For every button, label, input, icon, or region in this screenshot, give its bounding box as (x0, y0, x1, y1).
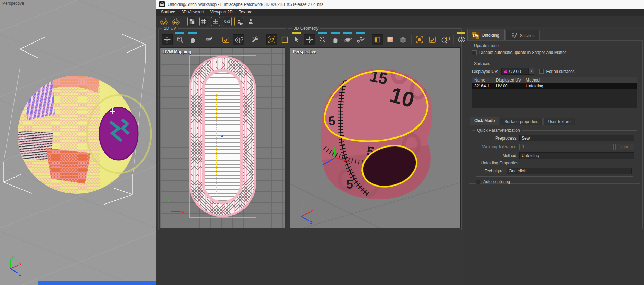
person-count-display-button[interactable]: 10 (234, 17, 244, 26)
toolbar-separator (369, 35, 369, 44)
welding-tolerance-label: Welding Tolerance: (475, 144, 517, 149)
mode-tabs: Click Mode Surface properties User textu… (470, 117, 640, 125)
for-all-surfaces-checkbox[interactable] (539, 69, 544, 74)
zoom-button[interactable] (317, 34, 328, 45)
tab-surface-properties[interactable]: Surface properties (500, 118, 543, 125)
grid-plus-display-button[interactable] (211, 17, 220, 26)
cell-displayed-uv: UV 00 (494, 83, 524, 89)
auto-centering-checkbox[interactable] (476, 180, 480, 184)
unfold-dots-button[interactable] (171, 17, 181, 26)
perspective-3d-viewport[interactable]: Perspective (290, 47, 461, 228)
gradient-display-button[interactable] (385, 34, 396, 45)
tape-cuff-object[interactable]: 15 10 5 5 5 (311, 61, 439, 210)
node-brush-button[interactable] (355, 34, 366, 45)
viewport-axis-gizmo: y x z (301, 202, 313, 225)
uvw-mapping-viewport[interactable]: UVW Mapping v u (160, 47, 285, 228)
preprocess-value: Sew (522, 136, 530, 141)
axis-u-label: u (182, 209, 184, 214)
axis-y-label: y (302, 202, 305, 207)
col-name: Name (472, 77, 494, 83)
welding-unit: mm (615, 144, 634, 150)
cell-method: Unfolding (524, 83, 637, 89)
3d-geometry-toolbar (291, 33, 469, 45)
tab-stitches[interactable]: Stitches (505, 30, 540, 41)
surfaces-table[interactable]: Name Displayed UV Method 32164-1 UV 00 U… (472, 77, 637, 108)
technique-dropdown[interactable]: One click (507, 168, 632, 174)
2d-uv-panel: 2D UV UVW Mapping (158, 28, 286, 230)
axis-x-label: x (19, 262, 22, 266)
half-square-display-button[interactable] (372, 34, 383, 45)
displayed-uv-dropdown[interactable]: UV 00 ▼ (501, 68, 534, 75)
window-title: Unfolding/Stitch Workshop - Lumiscaphe P… (168, 2, 323, 7)
cell-name: 32164-1 (472, 83, 494, 89)
menu-viewport-2d[interactable]: Viewport 2D (207, 9, 236, 16)
move-button[interactable] (304, 34, 315, 45)
cursor-select-button[interactable] (291, 34, 302, 45)
window-check-button[interactable] (220, 34, 231, 45)
2d-uv-toolbar (162, 33, 292, 45)
perspective-label: Perspective (293, 49, 316, 54)
wrench-tools-button[interactable] (250, 34, 261, 45)
pan-hand-button[interactable] (187, 34, 198, 45)
tab-user-texture[interactable]: User texture (543, 118, 575, 125)
axis-y-label: y (11, 255, 14, 259)
uv-island-center-point (221, 135, 223, 137)
method-dropdown[interactable]: Unfolding (519, 152, 634, 159)
col-method: Method (524, 77, 637, 83)
pan-hand-button[interactable] (330, 34, 341, 45)
uv-ball-object[interactable] (16, 56, 151, 202)
planet-orbit-button[interactable] (342, 34, 353, 45)
3d-geometry-panel-label: 3D Geometry (292, 26, 320, 31)
text-format-display-button[interactable]: 0a1 (222, 17, 232, 26)
ball-frame-button[interactable] (414, 34, 425, 45)
svg-text:UV: UV (473, 34, 479, 38)
for-all-surfaces-label: For all surfaces (546, 69, 575, 74)
title-bar[interactable]: Unfolding/Stitch Workshop - Lumiscaphe P… (156, 0, 644, 9)
grid-display-button[interactable] (199, 17, 209, 26)
chevron-down-icon[interactable]: ▼ (528, 68, 534, 74)
table-row[interactable]: 32164-1 UV 00 Unfolding (472, 83, 637, 89)
disable-auto-update-label: Disable automatic update in Shaper and M… (479, 50, 566, 55)
toolbar-separator (247, 35, 247, 44)
zoom-button[interactable] (174, 34, 185, 45)
menu-surface[interactable]: Surface (158, 9, 178, 16)
person-button[interactable] (246, 17, 256, 26)
axis-x-label: x (311, 209, 313, 213)
panel-tabs: UV Unfolding Stitches (467, 29, 540, 41)
menu-bar: Surface 3D Viewport Viewport 2D Texture (156, 9, 644, 16)
tape-number: 5 (328, 113, 336, 128)
shaper-axis-gizmo: y x z (10, 255, 22, 277)
image-brush-button[interactable] (204, 34, 215, 45)
welding-tolerance-input[interactable]: 0 (519, 144, 614, 150)
unfold-check-button[interactable] (159, 17, 169, 26)
unfolding-properties-group: Unfolding Properties Technique: One clic… (476, 163, 633, 177)
magnifier-power-button[interactable] (440, 34, 451, 45)
uvw-mapping-label: UVW Mapping (163, 49, 191, 54)
uv-island-capsule[interactable] (189, 56, 256, 217)
uv-axis-gizmo: v u (167, 196, 187, 215)
checkerboard-display-button[interactable] (187, 17, 197, 26)
move-button[interactable] (162, 34, 173, 45)
window-check-button[interactable] (427, 34, 438, 45)
app-icon (159, 1, 165, 7)
text-icon-label: 0a1 (224, 20, 230, 23)
disable-auto-update-checkbox[interactable] (472, 50, 477, 55)
toolbar-separator (184, 17, 184, 26)
shaper-3d-viewport[interactable]: y x z Perspective (0, 0, 156, 285)
tab-unfolding[interactable]: UV Unfolding (467, 29, 505, 41)
menu-3d-viewport[interactable]: 3D Viewport (178, 9, 207, 16)
minimize-button[interactable] (614, 4, 618, 4)
menu-texture[interactable]: Texture (236, 9, 256, 16)
unfolding-stitch-workshop-window: Unfolding/Stitch Workshop - Lumiscaphe P… (156, 0, 644, 285)
surfaces-group: Surfaces Displayed UV: UV 00 ▼ For all s… (469, 64, 640, 111)
preprocess-label: Preprocess: (475, 136, 517, 141)
mesh-box-display-button[interactable] (397, 34, 408, 45)
surface-select-button[interactable] (266, 34, 277, 45)
tab-click-mode[interactable]: Click Mode (470, 117, 499, 125)
magnifier-power-button[interactable] (233, 34, 244, 45)
preprocess-dropdown[interactable]: Sew (519, 135, 634, 141)
method-label: Method: (475, 153, 517, 158)
surfaces-label: Surfaces (472, 61, 492, 66)
unfolding-tab-page: Update mode Disable automatic update in … (467, 40, 643, 229)
person-badge: 10 (240, 22, 243, 25)
